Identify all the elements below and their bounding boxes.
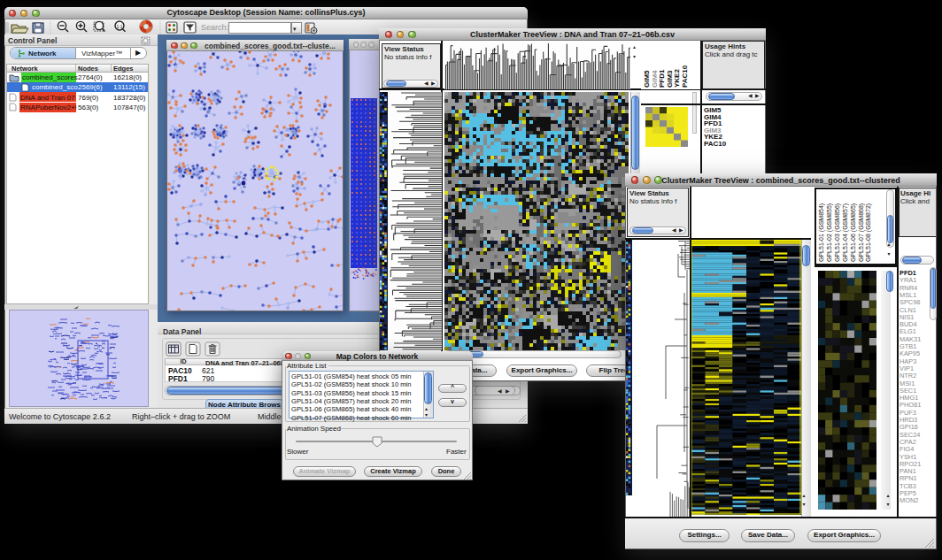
svg-text:GPL51-08 (GSM872): GPL51-08 (GSM872) xyxy=(865,203,872,262)
svg-text:GPL51-01 (GSM854): GPL51-01 (GSM854) xyxy=(818,203,825,262)
svg-text:MON2: MON2 xyxy=(900,496,918,504)
svg-text:GPL51-03 (GSM856): GPL51-03 (GSM856) xyxy=(834,203,841,262)
svg-text:PAC10: PAC10 xyxy=(681,65,689,88)
svg-text:1:1: 1:1 xyxy=(117,24,123,29)
svg-text:GPL51-06 (GSM865): GPL51-06 (GSM865) xyxy=(850,203,857,262)
svg-text:GPL51-07 (GSM868): GPL51-07 (GSM868) xyxy=(858,203,865,262)
svg-text:GPL51-02 (GSM855): GPL51-02 (GSM855) xyxy=(826,203,833,262)
svg-text:GPL51-04 (GSM857): GPL51-04 (GSM857) xyxy=(842,203,849,262)
